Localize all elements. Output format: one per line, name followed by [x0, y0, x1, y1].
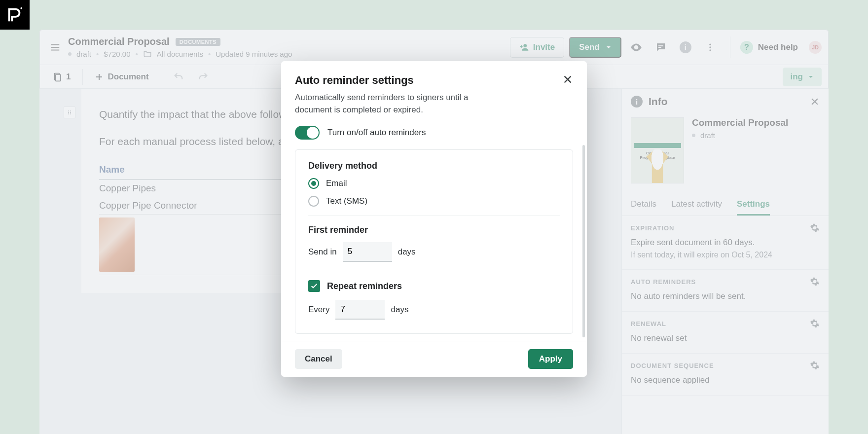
brand-logo: [0, 0, 30, 30]
modal-body: Delivery method Email Text (SMS) First r…: [295, 149, 573, 334]
radio-icon: [308, 196, 319, 207]
close-icon[interactable]: [562, 74, 573, 85]
svg-point-0: [20, 7, 22, 9]
auto-reminder-modal: Auto reminder settings Automatically sen…: [281, 61, 587, 377]
apply-button[interactable]: Apply: [528, 349, 573, 369]
delivery-method-label: Delivery method: [308, 161, 560, 171]
toggle-label: Turn on/off auto reminders: [327, 128, 426, 138]
modal-subtitle: Automatically send reminders to signers …: [281, 92, 493, 116]
modal-title: Auto reminder settings: [295, 74, 414, 87]
radio-icon: [308, 178, 319, 189]
first-reminder-input[interactable]: [343, 242, 392, 262]
auto-reminder-toggle[interactable]: [295, 126, 320, 140]
first-reminder-label: First reminder: [308, 225, 560, 235]
repeat-suffix: days: [391, 305, 408, 315]
repeat-checkbox[interactable]: [308, 280, 320, 292]
repeat-input[interactable]: [335, 300, 385, 320]
scrollbar[interactable]: [582, 145, 585, 337]
radio-email[interactable]: Email: [308, 178, 560, 189]
repeat-label: Repeat reminders: [327, 281, 402, 291]
first-reminder-suffix: days: [398, 247, 416, 257]
radio-sms[interactable]: Text (SMS): [308, 196, 560, 207]
first-reminder-prefix: Send in: [308, 247, 337, 257]
cancel-button[interactable]: Cancel: [295, 349, 342, 369]
repeat-prefix: Every: [308, 305, 329, 315]
